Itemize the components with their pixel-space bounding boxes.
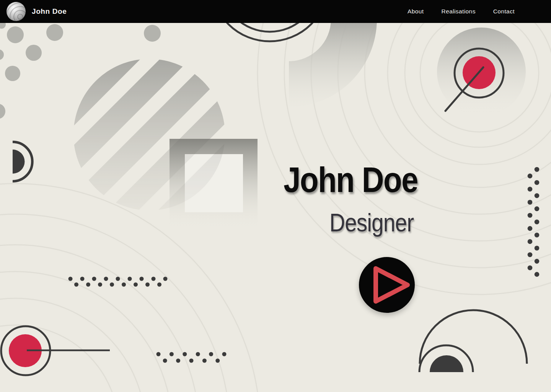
nav-links: About Realisations Contact <box>408 8 551 15</box>
target-circle-top-right <box>437 28 526 116</box>
nav-item-realisations[interactable]: Realisations <box>442 8 476 15</box>
sphere-logo-icon <box>7 2 26 21</box>
play-button[interactable] <box>359 257 415 313</box>
play-icon <box>359 257 415 313</box>
arches-bottom-right <box>419 310 527 372</box>
page-subtitle: Designer <box>329 210 414 235</box>
page-title: John Doe <box>284 162 418 197</box>
zigzag-dots-middle-left <box>68 277 168 287</box>
frame-square-shape <box>170 139 258 228</box>
nav-item-contact[interactable]: Contact <box>493 8 515 15</box>
nav-item-about[interactable]: About <box>408 8 424 15</box>
brand-name: John Doe <box>32 7 67 16</box>
decorative-background <box>0 0 551 392</box>
brand[interactable]: John Doe <box>0 2 67 21</box>
half-donut-left-shape <box>13 142 32 181</box>
navbar: John Doe About Realisations Contact <box>0 0 551 23</box>
